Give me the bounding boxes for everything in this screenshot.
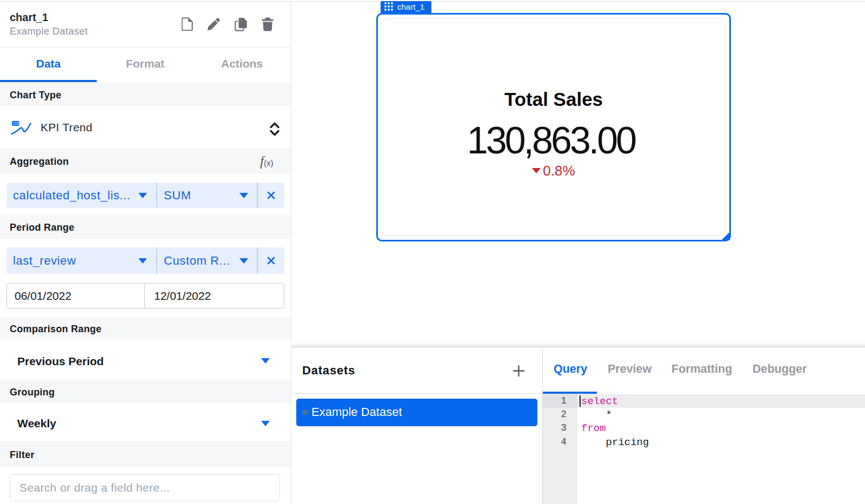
svg-text:123: 123	[12, 122, 18, 125]
